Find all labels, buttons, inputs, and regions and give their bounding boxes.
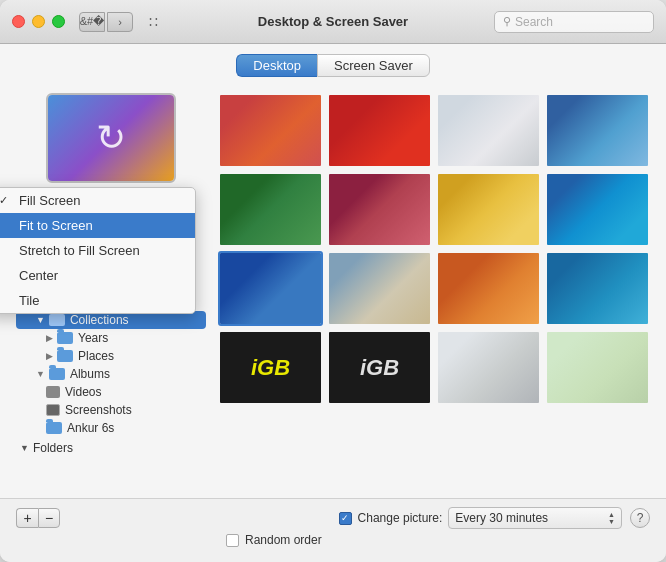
photo-thumbnail	[438, 174, 539, 245]
photo-cell[interactable]	[545, 251, 650, 326]
main-window: &#� › ∷ Desktop & Screen Saver ⚲ Search …	[0, 0, 666, 562]
change-picture-label: Change picture:	[358, 511, 443, 525]
titlebar: &#� › ∷ Desktop & Screen Saver ⚲ Search	[0, 0, 666, 44]
bottom-row1: + − ✓ Change picture: Every 30 minutes ▲…	[16, 507, 650, 529]
sidebar-item-videos[interactable]: Videos	[16, 383, 206, 401]
minimize-button[interactable]	[32, 15, 45, 28]
main-content: ↻ Fill Screen ▼ ✓ Fill Screen F	[0, 85, 666, 498]
tab-desktop[interactable]: Desktop	[236, 54, 317, 77]
photo-cell[interactable]	[436, 251, 541, 326]
grid-button[interactable]: ∷	[141, 12, 165, 32]
collections-label: Collections	[70, 313, 129, 327]
dropdown-item-tile[interactable]: Tile	[0, 288, 195, 313]
left-panel: ↻ Fill Screen ▼ ✓ Fill Screen F	[16, 85, 206, 498]
traffic-lights	[12, 15, 65, 28]
photo-cell[interactable]	[327, 93, 432, 168]
photo-thumbnail	[220, 253, 321, 324]
random-order-checkbox[interactable]	[226, 534, 239, 547]
dropdown-item-label: Center	[19, 268, 58, 283]
random-order-label: Random order	[245, 533, 322, 547]
dropdown-item-fill-screen[interactable]: ✓ Fill Screen	[0, 188, 195, 213]
screenshots-label: Screenshots	[65, 403, 132, 417]
search-box[interactable]: ⚲ Search	[494, 11, 654, 33]
places-label: Places	[78, 349, 114, 363]
photo-cell[interactable]	[545, 93, 650, 168]
dropdown-item-center[interactable]: Center	[0, 263, 195, 288]
forward-button[interactable]: ›	[107, 12, 133, 32]
checkmark-icon: ✓	[341, 513, 349, 523]
folder-icon	[57, 350, 73, 362]
photo-thumbnail	[547, 95, 648, 166]
photo-cell[interactable]	[545, 172, 650, 247]
photo-thumbnail	[438, 95, 539, 166]
folder-icon	[49, 314, 65, 326]
sidebar-item-years[interactable]: ▶ Years	[16, 329, 206, 347]
sidebar-item-places[interactable]: ▶ Places	[16, 347, 206, 365]
photo-cell[interactable]	[436, 330, 541, 405]
tab-screen-saver[interactable]: Screen Saver	[317, 54, 430, 77]
photo-cell-selected[interactable]	[218, 251, 323, 326]
collapse-icon: ▶	[46, 333, 53, 343]
dropdown-item-label: Fill Screen	[19, 193, 80, 208]
expand-icon: ▼	[36, 315, 45, 325]
preview-box: ↻	[46, 93, 176, 183]
photo-thumbnail	[329, 253, 430, 324]
photo-cell[interactable]	[327, 251, 432, 326]
change-picture-checkbox[interactable]: ✓	[339, 512, 352, 525]
screenshot-icon	[46, 404, 60, 416]
preview-icon: ↻	[96, 117, 126, 159]
search-placeholder: Search	[515, 15, 553, 29]
right-panel: iGB iGB	[218, 85, 650, 498]
search-icon: ⚲	[503, 15, 511, 28]
photo-thumbnail	[438, 332, 539, 403]
sidebar-item-albums[interactable]: ▼ Albums	[16, 365, 206, 383]
photo-thumbnail	[547, 253, 648, 324]
video-icon	[46, 386, 60, 398]
help-button[interactable]: ?	[630, 508, 650, 528]
remove-button[interactable]: −	[38, 508, 60, 528]
dropdown-item-fit-to-screen[interactable]: Fit to Screen	[0, 213, 195, 238]
dropdown-item-label: Stretch to Fill Screen	[19, 243, 140, 258]
dropdown-item-stretch[interactable]: Stretch to Fill Screen	[0, 238, 195, 263]
ankur-label: Ankur 6s	[67, 421, 114, 435]
photo-cell[interactable]: iGB	[327, 330, 432, 405]
dropdown-menu: ✓ Fill Screen Fit to Screen Stretch to F…	[0, 187, 196, 314]
dropdown-item-label: Fit to Screen	[19, 218, 93, 233]
folder-icon	[57, 332, 73, 344]
photo-thumbnail: iGB	[220, 332, 321, 403]
years-label: Years	[78, 331, 108, 345]
checkmark-icon: ✓	[0, 194, 13, 207]
photo-cell[interactable]	[436, 172, 541, 247]
photo-cell[interactable]	[436, 93, 541, 168]
photo-thumbnail	[220, 174, 321, 245]
interval-arrows-icon: ▲ ▼	[608, 511, 615, 525]
bottom-toolbar: + − ✓ Change picture: Every 30 minutes ▲…	[0, 498, 666, 562]
photo-thumbnail	[329, 174, 430, 245]
photo-cell[interactable]: iGB	[218, 330, 323, 405]
albums-label: Albums	[70, 367, 110, 381]
tree-section-folders: ▼ Folders	[16, 439, 206, 457]
photo-cell[interactable]	[545, 330, 650, 405]
close-button[interactable]	[12, 15, 25, 28]
folders-label: Folders	[33, 441, 73, 455]
maximize-button[interactable]	[52, 15, 65, 28]
sidebar-item-ankur[interactable]: Ankur 6s	[16, 419, 206, 437]
photo-thumbnail	[438, 253, 539, 324]
random-order-area: Random order	[226, 533, 322, 547]
bottom-row2: Random order	[16, 533, 650, 547]
dropdown-item-label: Tile	[19, 293, 39, 308]
interval-dropdown[interactable]: Every 30 minutes ▲ ▼	[448, 507, 622, 529]
photo-cell[interactable]	[218, 93, 323, 168]
photo-cell[interactable]	[218, 172, 323, 247]
folder-icon	[49, 368, 65, 380]
photo-cell[interactable]	[327, 172, 432, 247]
folder-icon	[46, 422, 62, 434]
photo-thumbnail	[329, 95, 430, 166]
back-button[interactable]: &#�	[79, 12, 105, 32]
sidebar-item-screenshots[interactable]: Screenshots	[16, 401, 206, 419]
videos-label: Videos	[65, 385, 101, 399]
tree-header-folders[interactable]: ▼ Folders	[16, 439, 206, 457]
add-button[interactable]: +	[16, 508, 38, 528]
triangle-icon: ▼	[20, 443, 29, 453]
photo-thumbnail	[547, 174, 648, 245]
